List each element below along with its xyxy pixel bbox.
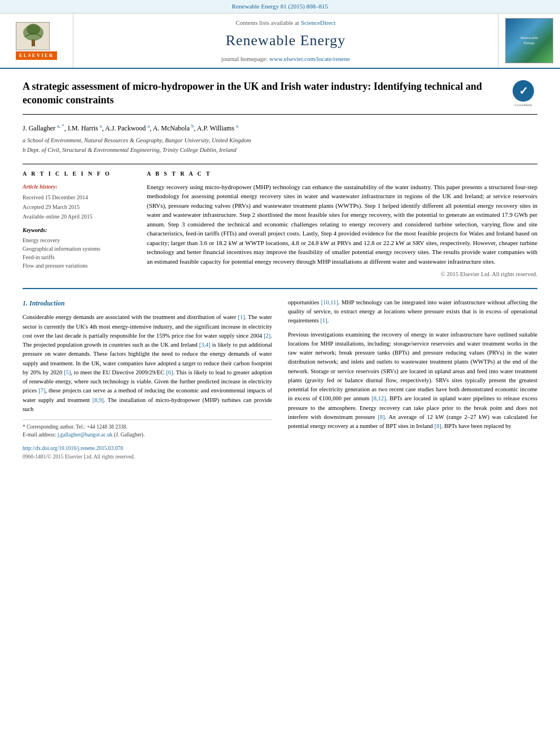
- crossmark-badge: ✓ CrossMark: [509, 80, 537, 108]
- available-date: Available online 20 April 2015: [23, 212, 135, 221]
- ref-5[interactable]: [5]: [64, 369, 71, 375]
- journal-cover-section: RenewableEnergy: [498, 14, 560, 68]
- ref-3-4[interactable]: [3,4]: [199, 342, 211, 348]
- affiliation-a: a School of Environment, Natural Resourc…: [23, 137, 537, 145]
- keyword-4: Flow and pressure variations: [23, 262, 135, 270]
- svg-point-2: [27, 24, 40, 35]
- abstract-text: Energy recovery using micro-hydropower (…: [147, 182, 537, 267]
- body-left-column: 1. Introduction Considerable energy dema…: [23, 298, 272, 461]
- copyright-line: © 2015 Elsevier Ltd. All rights reserved…: [147, 270, 537, 279]
- article-title-section: A strategic assessment of micro-hydropow…: [23, 80, 537, 115]
- abstract-column: A B S T R A C T Energy recovery using mi…: [147, 170, 537, 279]
- elsevier-brand-label: ELSEVIER: [16, 51, 58, 60]
- footnote-section: * Corresponding author. Tel.: +44 1248 3…: [23, 420, 272, 439]
- ref-7[interactable]: [7]: [38, 387, 45, 394]
- crossmark-icon: ✓: [513, 80, 534, 102]
- section-number: 1.: [23, 299, 29, 307]
- ref-8-ireland[interactable]: [8]: [434, 423, 441, 429]
- journal-citation-bar: Renewable Energy 81 (2015) 808–815: [0, 0, 560, 14]
- affiliation-b: b Dept. of Civil, Structural & Environme…: [23, 146, 537, 155]
- elsevier-tree-image: [16, 22, 50, 50]
- body-right-column: opportunities [10,11]. MHP technology ca…: [288, 298, 537, 461]
- footnote-star: * Corresponding author. Tel.: +44 1248 3…: [23, 423, 272, 431]
- sciencedirect-link[interactable]: ScienceDirect: [301, 19, 336, 26]
- received-date: Received 15 December 2014: [23, 193, 135, 202]
- crossmark-label: CrossMark: [514, 103, 532, 108]
- intro-paragraph-1-cont: opportunities [10,11]. MHP technology ca…: [288, 298, 537, 326]
- keyword-1: Energy recovery: [23, 237, 135, 244]
- ref-8-12[interactable]: [8,12]: [371, 395, 386, 401]
- intro-paragraph-1: Considerable energy demands are associat…: [23, 313, 272, 414]
- ref-1-right[interactable]: [1]: [320, 317, 327, 324]
- elsevier-logo: ELSEVIER: [16, 22, 58, 60]
- section-separator: [23, 288, 537, 289]
- keyword-3: Feed-in tariffs: [23, 254, 135, 261]
- section-title-text: Introduction: [29, 299, 65, 307]
- sciencedirect-line: Contents lists available at ScienceDirec…: [235, 19, 335, 27]
- ref-1[interactable]: [1]: [238, 314, 244, 320]
- journal-title: Renewable Energy: [226, 30, 346, 51]
- intro-section-title: 1. Introduction: [23, 298, 272, 309]
- article-info-abstract-section: A R T I C L E I N F O Article history: R…: [23, 164, 537, 279]
- doi-line: http://dx.doi.org/10.1016/j.renene.2015.…: [23, 444, 272, 461]
- abstract-header: A B S T R A C T: [147, 170, 537, 178]
- authors-line: J. Gallagher a, *, I.M. Harris a, A.J. P…: [23, 123, 537, 133]
- body-content: 1. Introduction Considerable energy dema…: [23, 298, 537, 461]
- intro-paragraph-2: Previous investigations examining the re…: [288, 330, 537, 431]
- journal-header-center: Contents lists available at ScienceDirec…: [73, 14, 498, 68]
- article-info-column: A R T I C L E I N F O Article history: R…: [23, 170, 135, 279]
- footnote-email: j.gallagher@bangor.ac.uk: [58, 432, 113, 438]
- article-title: A strategic assessment of micro-hydropow…: [23, 80, 485, 107]
- ref-6[interactable]: [6]: [166, 369, 173, 375]
- history-label: Article history:: [23, 182, 135, 191]
- journal-citation: Renewable Energy 81 (2015) 808–815: [232, 3, 328, 10]
- article-history: Article history: Received 15 December 20…: [23, 182, 135, 221]
- main-content: A strategic assessment of micro-hydropow…: [0, 69, 560, 472]
- accepted-date: Accepted 29 March 2015: [23, 203, 135, 211]
- authors-text: J. Gallagher a, *, I.M. Harris a, A.J. P…: [23, 124, 238, 132]
- ref-8-9[interactable]: [8,9]: [93, 397, 104, 403]
- ref-2[interactable]: [2]: [264, 333, 270, 339]
- keyword-2: Geographical information systems: [23, 245, 135, 253]
- keywords-label: Keywords:: [23, 226, 135, 234]
- journal-cover-image: RenewableEnergy: [505, 18, 553, 63]
- issn-line: 0960-1481/© 2015 Elsevier Ltd. All right…: [23, 453, 272, 461]
- elsevier-logo-section: ELSEVIER: [0, 14, 73, 68]
- journal-homepage-line: journal homepage: www.elsevier.com/locat…: [221, 55, 350, 63]
- journal-homepage-link[interactable]: www.elsevier.com/locate/renene: [269, 55, 350, 62]
- footnote-email-line: E-mail address: j.gallagher@bangor.ac.uk…: [23, 431, 272, 439]
- doi-url: http://dx.doi.org/10.1016/j.renene.2015.…: [23, 444, 272, 453]
- article-info-header: A R T I C L E I N F O: [23, 170, 135, 178]
- journal-header: ELSEVIER Contents lists available at Sci…: [0, 14, 560, 69]
- ref-10-11[interactable]: [10,11]: [321, 299, 338, 305]
- ref-8-right[interactable]: [8]: [378, 414, 384, 420]
- svg-rect-3: [32, 40, 35, 46]
